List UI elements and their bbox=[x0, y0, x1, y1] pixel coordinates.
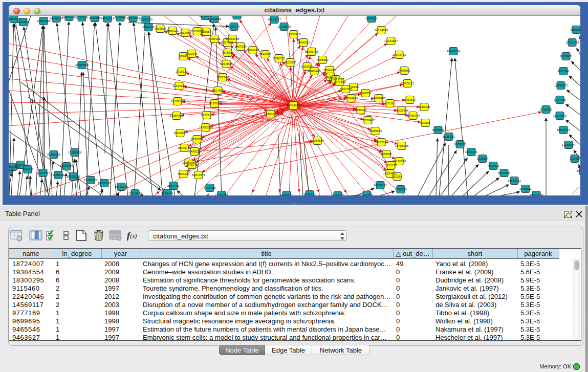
svg-text:8322037: 8322037 bbox=[284, 61, 296, 64]
svg-text:10654112: 10654112 bbox=[508, 179, 521, 182]
svg-text:18981216: 18981216 bbox=[101, 17, 115, 20]
svg-text:8938923: 8938923 bbox=[443, 135, 455, 138]
svg-text:20555120: 20555120 bbox=[139, 18, 153, 21]
svg-text:14353594: 14353594 bbox=[199, 126, 213, 129]
svg-text:2935114: 2935114 bbox=[477, 157, 489, 160]
svg-text:2803144: 2803144 bbox=[216, 76, 229, 79]
svg-text:3267110: 3267110 bbox=[201, 114, 213, 117]
svg-text:15550734: 15550734 bbox=[577, 169, 580, 172]
svg-text:1588520: 1588520 bbox=[273, 57, 285, 60]
svg-text:7632621: 7632621 bbox=[487, 164, 499, 167]
svg-text:18026717: 18026717 bbox=[268, 18, 281, 21]
svg-text:9327505: 9327505 bbox=[221, 41, 233, 44]
svg-text:10046768: 10046768 bbox=[178, 146, 191, 149]
svg-text:9245652: 9245652 bbox=[519, 187, 532, 190]
svg-text:19654963: 19654963 bbox=[170, 114, 184, 117]
svg-text:20053346: 20053346 bbox=[75, 63, 89, 67]
svg-text:1640953: 1640953 bbox=[432, 128, 444, 132]
svg-text:19218506: 19218506 bbox=[277, 25, 291, 28]
svg-text:19973477: 19973477 bbox=[60, 165, 74, 168]
svg-text:9498222: 9498222 bbox=[188, 150, 201, 153]
svg-text:6879197: 6879197 bbox=[454, 143, 466, 146]
svg-text:22841736: 22841736 bbox=[62, 16, 76, 18]
svg-text:16053809: 16053809 bbox=[208, 17, 222, 20]
svg-text:12213967: 12213967 bbox=[384, 39, 398, 42]
svg-text:13325419: 13325419 bbox=[287, 33, 301, 36]
svg-text:13270483: 13270483 bbox=[126, 16, 140, 19]
svg-text:6061658: 6061658 bbox=[17, 20, 29, 24]
svg-text:16914479: 16914479 bbox=[192, 173, 206, 177]
svg-text:13495754: 13495754 bbox=[406, 114, 420, 117]
svg-text:9129965: 9129965 bbox=[560, 55, 572, 58]
svg-text:98961: 98961 bbox=[179, 55, 188, 58]
svg-text:9777169: 9777169 bbox=[334, 80, 346, 83]
svg-text:1615132: 1615132 bbox=[385, 164, 397, 167]
svg-text:1562615: 1562615 bbox=[301, 65, 313, 68]
svg-text:8878334: 8878334 bbox=[191, 138, 203, 141]
svg-text:9146821: 9146821 bbox=[259, 53, 271, 56]
svg-text:2867608: 2867608 bbox=[234, 45, 247, 48]
svg-text:1244415: 1244415 bbox=[554, 98, 566, 101]
svg-text:8204075: 8204075 bbox=[199, 16, 211, 17]
svg-text:10958107: 10958107 bbox=[98, 182, 112, 185]
svg-text:14248078: 14248078 bbox=[50, 17, 63, 20]
svg-text:3430558: 3430558 bbox=[89, 16, 101, 19]
svg-text:2258145: 2258145 bbox=[231, 16, 243, 17]
svg-text:417006: 417006 bbox=[209, 102, 220, 105]
svg-text:9474444: 9474444 bbox=[465, 150, 477, 154]
svg-text:16782759: 16782759 bbox=[115, 185, 128, 188]
svg-text:2946120: 2946120 bbox=[142, 26, 155, 29]
svg-text:9827552: 9827552 bbox=[212, 89, 224, 92]
svg-text:1145194: 1145194 bbox=[53, 173, 65, 177]
svg-text:3075745: 3075745 bbox=[186, 163, 198, 166]
svg-text:9075310: 9075310 bbox=[303, 193, 316, 195]
svg-text:4158480: 4158480 bbox=[114, 16, 126, 19]
svg-text:9227342: 9227342 bbox=[557, 70, 570, 73]
svg-text:12213319: 12213319 bbox=[172, 84, 186, 87]
svg-text:116753: 116753 bbox=[570, 157, 580, 160]
svg-text:2620223: 2620223 bbox=[76, 16, 88, 19]
svg-text:746266: 746266 bbox=[349, 85, 359, 89]
svg-text:23864436: 23864436 bbox=[344, 97, 358, 100]
svg-text:7357274: 7357274 bbox=[228, 25, 240, 28]
svg-text:16107554: 16107554 bbox=[171, 100, 185, 103]
svg-text:12923446: 12923446 bbox=[128, 192, 142, 195]
svg-text:9857791: 9857791 bbox=[167, 184, 180, 187]
svg-text:16961758: 16961758 bbox=[305, 50, 319, 53]
svg-text:1733426: 1733426 bbox=[395, 188, 407, 191]
svg-text:13975125: 13975125 bbox=[401, 82, 415, 85]
svg-text:16154808: 16154808 bbox=[375, 29, 388, 32]
svg-text:15751074: 15751074 bbox=[565, 41, 579, 44]
svg-text:19166827: 19166827 bbox=[173, 132, 187, 135]
svg-text:5154104: 5154104 bbox=[161, 192, 173, 195]
svg-text:8215955: 8215955 bbox=[540, 108, 552, 111]
svg-text:12093873: 12093873 bbox=[554, 84, 568, 87]
svg-text:12942757: 12942757 bbox=[36, 171, 50, 174]
svg-text:22053165: 22053165 bbox=[226, 37, 239, 40]
svg-text:15692971: 15692971 bbox=[557, 128, 571, 132]
svg-text:8990448: 8990448 bbox=[308, 70, 320, 73]
svg-text:8471626: 8471626 bbox=[498, 171, 510, 174]
svg-text:17016504: 17016504 bbox=[562, 143, 576, 146]
svg-text:7485063: 7485063 bbox=[398, 69, 410, 72]
svg-text:1156829: 1156829 bbox=[22, 168, 34, 171]
svg-text:18807249: 18807249 bbox=[375, 141, 388, 144]
svg-text:22160294: 22160294 bbox=[215, 193, 229, 195]
svg-text:10973493: 10973493 bbox=[393, 53, 406, 56]
svg-text:226058: 226058 bbox=[201, 30, 212, 33]
svg-text:2386322: 2386322 bbox=[355, 108, 367, 112]
svg-text:(x): (x) bbox=[130, 232, 137, 239]
svg-text:10688609: 10688609 bbox=[368, 129, 382, 133]
svg-text:7955812: 7955812 bbox=[316, 58, 329, 61]
svg-text:1716485: 1716485 bbox=[204, 186, 216, 189]
svg-text:15720407: 15720407 bbox=[361, 119, 375, 122]
svg-text:10807487: 10807487 bbox=[372, 97, 386, 100]
svg-text:18640910: 18640910 bbox=[297, 41, 311, 44]
svg-text:9115460: 9115460 bbox=[419, 105, 431, 108]
svg-text:3883910: 3883910 bbox=[570, 28, 580, 31]
svg-text:20891406: 20891406 bbox=[37, 19, 51, 23]
svg-text:10648764: 10648764 bbox=[447, 50, 461, 53]
svg-text:9242848: 9242848 bbox=[220, 62, 232, 65]
svg-text:18300273: 18300273 bbox=[264, 113, 278, 116]
svg-text:7663822: 7663822 bbox=[154, 27, 166, 30]
